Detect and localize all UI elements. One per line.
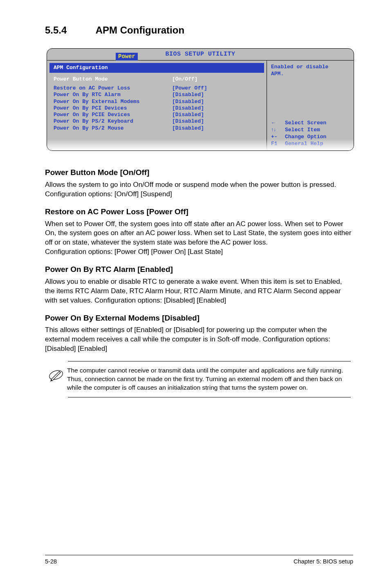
bios-option-label: Power On By PS/2 Mouse [54,125,172,132]
bios-option-row[interactable]: Power Button Mode[On/Off] [54,76,262,83]
key-symbol: F1 [271,141,285,148]
bios-right-pane: Enabled or disable APM. ←Select Screen↑↓… [267,61,354,150]
bios-option-value: [Power Off] [172,85,207,92]
chapter-title: Chapter 5: BIOS setup [294,558,353,566]
bios-active-tab: Power [116,53,138,61]
bios-option-value: [Disabled] [172,112,204,118]
bios-option-value: [Disabled] [172,125,204,132]
body-paragraph: Allows you to enable or disable RTC to g… [45,277,353,305]
bios-option-row[interactable]: Power On By PS/2 Keyboard[Disabled] [54,118,262,125]
bios-option-label: Power On By External Modems [54,99,172,105]
key-description: Select Screen [285,120,326,127]
bios-option-row[interactable]: Restore on AC Power Loss[Power Off] [54,85,262,92]
subsection-heading: Power On By RTC Alarm [Enabled] [45,264,353,275]
body-paragraph: Allows the system to go into On/Off mode… [45,180,353,199]
bios-help-line: APM. [271,71,351,77]
bios-key-row: ↑↓Select Item [271,127,351,134]
bios-option-value: [Disabled] [172,118,204,125]
key-description: Select Item [285,127,320,134]
note-callout: The computer cannot receive or transmit … [68,361,351,397]
page-number: 5-28 [45,558,57,566]
divider [68,397,351,397]
bios-option-value: [On/Off] [172,76,197,83]
bios-option-row[interactable]: Power On By External Modems[Disabled] [54,99,262,105]
section-title: APM Configuration [96,25,184,36]
bios-option-row[interactable]: Power On By PS/2 Mouse[Disabled] [54,125,262,132]
bios-help-line: Enabled or disable [271,64,351,70]
bios-option-value: [Disabled] [172,99,204,105]
bios-titlebar: BIOS SETUP UTILITY Power [47,49,354,60]
bios-option-value: [Disabled] [172,105,204,112]
bios-key-row: +-Change Option [271,134,351,141]
bios-section-heading: APM Configuration [49,63,264,73]
subsection-heading: Power On By External Modems [Disabled] [45,313,353,323]
bios-option-label: Power On By PCIE Devices [54,112,172,118]
bios-option-row[interactable]: Power On By RTC Alarm[Disabled] [54,92,262,98]
bios-setup-utility-panel: BIOS SETUP UTILITY Power APM Configurati… [47,48,354,151]
bios-key-row: ←Select Screen [271,120,351,127]
body-paragraph: Configuration options: [Power Off] [Powe… [45,247,353,257]
subsection-heading: Restore on AC Power Loss [Power Off] [45,206,353,217]
key-symbol: +- [271,134,285,141]
bios-left-pane: APM Configuration Power Button Mode[On/O… [47,61,267,150]
body-paragraph: When set to Power Off, the system goes i… [45,220,353,248]
section-heading: 5.5.4 APM Configuration [45,24,353,37]
bios-option-label: Power On By PS/2 Keyboard [54,118,172,125]
bios-option-label: Restore on AC Power Loss [54,85,172,92]
page-footer: 5-28 Chapter 5: BIOS setup [45,555,353,566]
bios-key-row: F1General Help [271,141,351,148]
key-description: General Help [285,141,323,148]
bios-option-label: Power Button Mode [54,76,172,83]
note-text: The computer cannot receive or transmit … [67,366,351,392]
bios-help-text: Enabled or disable APM. [271,64,351,77]
bios-option-label: Power On By RTC Alarm [54,92,172,98]
body-paragraph: This allows either settings of [Enabled]… [45,325,353,354]
key-description: Change Option [285,134,326,141]
bios-option-row[interactable]: Power On By PCI Devices[Disabled] [54,105,262,112]
bios-option-list: Power Button Mode[On/Off]Restore on AC P… [47,73,267,135]
subsection-heading: Power Button Mode [On/Off] [45,167,353,178]
key-symbol: ← [271,120,285,127]
pencil-note-icon [48,367,67,386]
bios-key-legend: ←Select Screen↑↓Select Item+-Change Opti… [271,120,351,148]
key-symbol: ↑↓ [271,127,285,134]
section-number: 5.5.4 [45,24,93,37]
bios-option-value: [Disabled] [172,92,204,98]
bios-title-text: BIOS SETUP UTILITY [165,50,235,58]
bios-option-row[interactable]: Power On By PCIE Devices[Disabled] [54,112,262,118]
bios-option-label: Power On By PCI Devices [54,105,172,112]
